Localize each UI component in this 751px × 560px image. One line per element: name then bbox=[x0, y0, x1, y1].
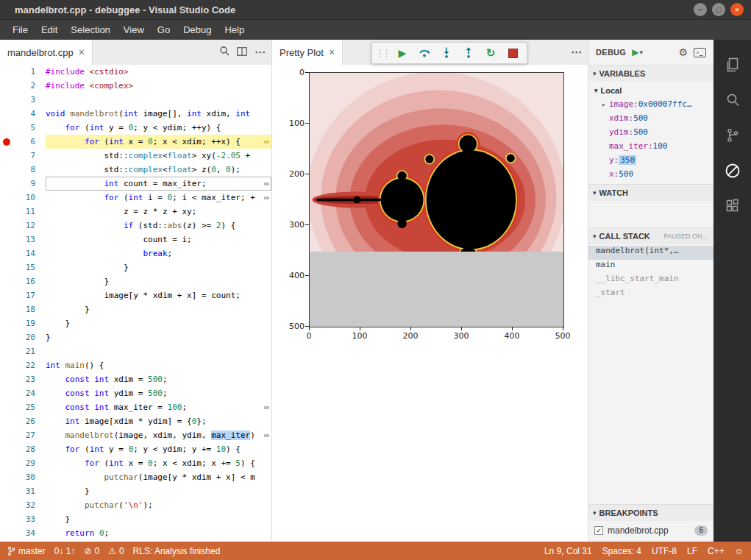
code-line[interactable]: 13 count = i; bbox=[0, 233, 271, 247]
status-language-mode[interactable]: C++ bbox=[708, 546, 725, 556]
code-line[interactable]: 20} bbox=[0, 330, 271, 344]
stack-frame[interactable]: __libc_start_main bbox=[588, 274, 713, 288]
gutter[interactable]: 2 bbox=[0, 79, 46, 93]
stack-frame[interactable]: mandelbrot(int*,… bbox=[588, 246, 713, 260]
more-actions-icon[interactable]: ⋯ bbox=[571, 46, 582, 59]
status-warnings[interactable]: ⚠0 bbox=[108, 546, 124, 556]
call-stack-section-header[interactable]: ▾ CALL STACK PAUSED ON... bbox=[588, 227, 713, 244]
gutter[interactable]: 13 bbox=[0, 233, 46, 247]
code-line[interactable]: 2#include <complex> bbox=[0, 79, 271, 93]
gutter[interactable]: 21 bbox=[0, 344, 46, 358]
breakpoint-dot[interactable] bbox=[0, 138, 13, 146]
status-encoding[interactable]: UTF-8 bbox=[652, 546, 677, 556]
code-line[interactable]: 29 for (int x = 0; x < xdim; x += 5) { bbox=[0, 456, 271, 470]
code-line[interactable]: 33 } bbox=[0, 512, 271, 526]
code-editor[interactable]: 1#include <cstdio>2#include <complex>34v… bbox=[0, 65, 271, 542]
code-line[interactable]: 8 std::complex<float> z(0, 0); bbox=[0, 163, 271, 177]
tab-mandelbrot-cpp[interactable]: mandelbrot.cpp × bbox=[0, 40, 93, 65]
stack-frame[interactable]: main bbox=[588, 260, 713, 274]
search-icon[interactable] bbox=[219, 46, 229, 59]
code-line[interactable]: 7 std::complex<float> xy(-2.05 + bbox=[0, 149, 271, 163]
gutter[interactable]: 24 bbox=[0, 386, 46, 400]
step-out-button[interactable] bbox=[458, 44, 480, 62]
status-errors[interactable]: ⊘0 bbox=[84, 546, 99, 556]
stop-button[interactable] bbox=[502, 44, 524, 62]
menu-go[interactable]: Go bbox=[151, 20, 177, 40]
gutter[interactable]: 31 bbox=[0, 484, 46, 498]
status-cursor-position[interactable]: Ln 9, Col 31 bbox=[544, 546, 592, 556]
activity-source-control-icon[interactable] bbox=[713, 118, 751, 153]
menu-selection[interactable]: Selection bbox=[64, 20, 116, 40]
gutter[interactable]: 1 bbox=[0, 65, 46, 79]
variable-row[interactable]: max_iter: 100 bbox=[588, 139, 713, 153]
code-line[interactable]: 32 putchar('\n'); bbox=[0, 498, 271, 512]
activity-debug-icon[interactable] bbox=[713, 153, 751, 188]
code-line[interactable]: 4void mandelbrot(int image[], int xdim, … bbox=[0, 107, 271, 121]
step-over-button[interactable] bbox=[413, 44, 435, 62]
code-line[interactable]: 3 bbox=[0, 93, 271, 107]
breakpoints-section-header[interactable]: ▾ BREAKPOINTS bbox=[588, 504, 713, 521]
scope-local[interactable]: ▾ Local bbox=[588, 83, 713, 97]
code-line[interactable]: 26 int image[xdim * ydim] = {0}; bbox=[0, 414, 271, 428]
menu-debug[interactable]: Debug bbox=[177, 20, 218, 40]
gutter[interactable]: 26 bbox=[0, 414, 46, 428]
code-line[interactable]: 24 const int ydim = 500; bbox=[0, 386, 271, 400]
checkbox[interactable]: ✓ bbox=[594, 526, 603, 535]
code-line[interactable]: 25 const int max_iter = 100; bbox=[0, 400, 271, 414]
gutter[interactable]: 10 bbox=[0, 191, 46, 205]
code-line[interactable]: 14 break; bbox=[0, 247, 271, 260]
step-into-button[interactable] bbox=[435, 44, 458, 62]
variable-row[interactable]: y: 350 bbox=[588, 153, 713, 167]
status-rls-status[interactable]: RLS: Analysis finished bbox=[133, 546, 221, 556]
code-line[interactable]: 12 if (std::abs(z) >= 2) { bbox=[0, 219, 271, 233]
tab-pretty-plot[interactable]: Pretty Plot × bbox=[272, 40, 343, 65]
stack-frame[interactable]: _start bbox=[588, 288, 713, 302]
code-line[interactable]: 1#include <cstdio> bbox=[0, 65, 271, 79]
close-window-button[interactable]: × bbox=[730, 3, 744, 16]
drag-handle-icon[interactable]: ⋮⋮ bbox=[375, 49, 391, 58]
gutter[interactable]: 8 bbox=[0, 163, 46, 177]
menu-edit[interactable]: Edit bbox=[35, 20, 64, 40]
gutter[interactable]: 18 bbox=[0, 302, 46, 316]
gutter[interactable]: 4 bbox=[0, 107, 46, 121]
gutter[interactable]: 5 bbox=[0, 121, 46, 135]
code-line[interactable]: 15 } bbox=[0, 260, 271, 274]
code-line[interactable]: 22int main() { bbox=[0, 358, 271, 372]
gutter[interactable]: 34 bbox=[0, 526, 46, 540]
code-line[interactable]: 11 z = z * z + xy; bbox=[0, 205, 271, 219]
close-tab-icon[interactable]: × bbox=[79, 46, 85, 58]
gutter[interactable]: 32 bbox=[0, 498, 46, 512]
variable-row[interactable]: ydim: 500 bbox=[588, 125, 713, 139]
code-line[interactable]: 28 for (int y = 0; y < ydim; y += 10) { bbox=[0, 442, 271, 456]
menu-file[interactable]: File bbox=[6, 20, 35, 40]
continue-button[interactable]: ▶ bbox=[391, 44, 413, 62]
gutter[interactable]: 20 bbox=[0, 330, 46, 344]
activity-search-icon[interactable] bbox=[713, 82, 751, 118]
gutter[interactable]: 12 bbox=[0, 219, 46, 233]
gutter[interactable]: 7 bbox=[0, 149, 46, 163]
maximize-button[interactable]: □ bbox=[712, 3, 725, 16]
code-line[interactable]: 34 return 0; bbox=[0, 526, 271, 540]
code-line[interactable]: 23 const int xdim = 500; bbox=[0, 372, 271, 386]
gutter[interactable]: 15 bbox=[0, 260, 46, 274]
variable-row[interactable]: x: 500 bbox=[588, 167, 713, 181]
code-line[interactable]: 16 } bbox=[0, 274, 271, 288]
gutter[interactable]: 30 bbox=[0, 470, 46, 484]
gutter[interactable]: 6 bbox=[0, 135, 46, 149]
activity-extensions-icon[interactable] bbox=[713, 188, 751, 224]
split-editor-icon[interactable] bbox=[237, 46, 247, 59]
status-eol[interactable]: LF bbox=[687, 546, 697, 556]
watch-section-header[interactable]: ▾ WATCH bbox=[588, 184, 713, 201]
menu-help[interactable]: Help bbox=[218, 20, 251, 40]
status-indentation[interactable]: Spaces: 4 bbox=[602, 546, 641, 556]
gutter[interactable]: 3 bbox=[0, 93, 46, 107]
code-line[interactable]: 27 mandelbrot(image, xdim, ydim, max_ite… bbox=[0, 428, 271, 442]
status-branch[interactable]: master bbox=[7, 546, 46, 556]
variable-row[interactable]: xdim: 500 bbox=[588, 111, 713, 125]
code-line[interactable]: 6 for (int x = 0; x < xdim; ++x) { bbox=[0, 135, 271, 149]
gutter[interactable]: 9 bbox=[0, 177, 46, 191]
more-actions-icon[interactable]: ⋯ bbox=[255, 46, 266, 59]
code-line[interactable]: 18 } bbox=[0, 302, 271, 316]
code-line[interactable]: 21 bbox=[0, 344, 271, 358]
code-line[interactable]: 10 for (int i = 0; i < max_iter; + bbox=[0, 191, 271, 205]
